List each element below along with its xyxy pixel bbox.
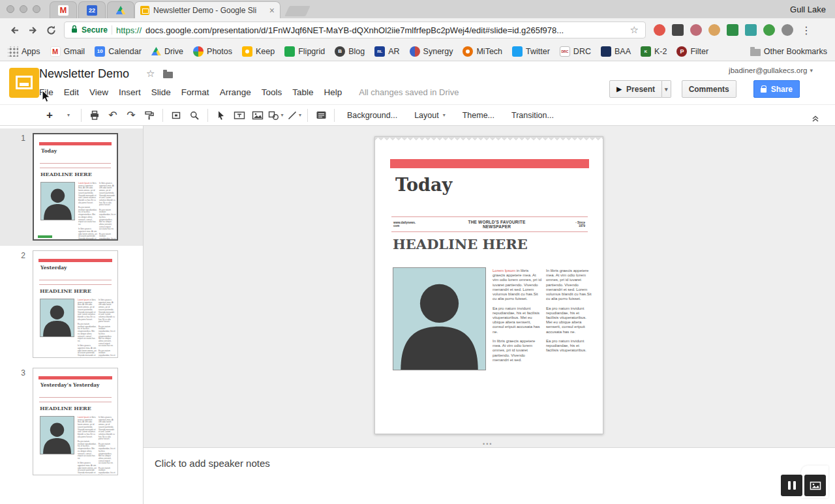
photo-placeholder[interactable]: [393, 267, 486, 370]
document-title[interactable]: Newsletter Demo: [39, 67, 129, 81]
address-bar[interactable]: Secure https:// docs.google.com/presenta…: [64, 22, 646, 38]
browser-menu-icon[interactable]: ⋮: [801, 24, 812, 37]
blog-icon: B: [335, 46, 345, 57]
menu-tools[interactable]: Tools: [256, 85, 288, 99]
star-document-icon[interactable]: ☆: [146, 68, 155, 80]
bookmark-drive[interactable]: Drive: [151, 47, 183, 56]
menu-table[interactable]: Table: [287, 85, 318, 99]
notes-resize-handle[interactable]: •••: [483, 441, 493, 447]
slide-thumbnail-3[interactable]: Yesterday’s Yesterday HEADLINE HERE Lore…: [33, 368, 118, 475]
tab-calendar[interactable]: 22: [78, 1, 106, 18]
body-text-column-1[interactable]: Lorem Ipsum in libris graecis appetere m…: [493, 269, 542, 363]
new-slide-button[interactable]: +: [42, 108, 57, 123]
paint-format-button[interactable]: [142, 108, 157, 123]
bookmark-mitech[interactable]: MiTech: [463, 46, 502, 57]
layout-button[interactable]: Layout ▾: [408, 108, 451, 123]
recorder-pause-button[interactable]: [781, 475, 802, 496]
extension-icon-8[interactable]: [782, 24, 793, 36]
profile-name[interactable]: Gull Lake: [790, 5, 826, 14]
extension-icon-7[interactable]: [763, 24, 775, 36]
extension-icon-5[interactable]: [727, 24, 738, 36]
insert-image-button[interactable]: [250, 108, 266, 123]
slide-thumbnail-row-3: 3 Yesterday’s Yesterday HEADLINE HERE Lo…: [0, 363, 143, 481]
menu-format[interactable]: Format: [176, 85, 215, 99]
bookmark-twitter[interactable]: Twitter: [512, 46, 550, 57]
calendar-icon: 22: [87, 5, 97, 16]
bookmark-keep[interactable]: Keep: [242, 46, 275, 57]
zoom-fit-button[interactable]: [168, 108, 184, 123]
accent-bar[interactable]: [390, 159, 589, 168]
tab-close-icon[interactable]: ×: [269, 6, 275, 15]
bookmark-baa[interactable]: BAA: [601, 46, 631, 57]
bookmark-blog[interactable]: BBlog: [335, 46, 365, 57]
undo-button[interactable]: ↶: [105, 108, 121, 123]
slide-thumbnail-1[interactable]: Today HEADLINE HERE Lorem Ipsum in libri…: [33, 133, 118, 241]
bookmark-star-icon[interactable]: ☆: [630, 24, 639, 36]
bookmark-drc[interactable]: DRCDRC: [560, 46, 591, 57]
speaker-notes-pane[interactable]: Click to add speaker notes: [144, 448, 835, 504]
other-bookmarks[interactable]: Other Bookmarks: [750, 47, 827, 56]
tab-active-slides[interactable]: Newsletter Demo - Google Sli ×: [134, 1, 281, 18]
transition-button[interactable]: Transition...: [506, 108, 560, 123]
bookmark-gmail[interactable]: MGmail: [50, 46, 85, 57]
insert-shape-button[interactable]: ▾: [268, 108, 284, 123]
bookmark-ar[interactable]: RLAR: [374, 46, 399, 57]
new-slide-options-button[interactable]: ▾: [60, 108, 76, 123]
bookmark-flipgrid[interactable]: Flipgrid: [284, 46, 325, 57]
reload-button[interactable]: [42, 21, 60, 39]
insert-comment-button[interactable]: [313, 108, 329, 123]
window-minimize-button[interactable]: [20, 5, 27, 13]
print-button[interactable]: [87, 108, 102, 123]
present-options-button[interactable]: ▾: [662, 80, 671, 98]
bookmark-filter[interactable]: PFilter: [676, 46, 708, 57]
menu-arrange[interactable]: Arrange: [215, 85, 256, 99]
speaker-notes-placeholder[interactable]: Click to add speaker notes: [155, 458, 270, 469]
apps-grid-icon: [8, 46, 18, 57]
headline-text[interactable]: HEADLINE HERE: [393, 236, 528, 252]
present-button[interactable]: ▶ Present: [609, 80, 662, 98]
tab-gmail[interactable]: M: [50, 1, 77, 18]
account-menu[interactable]: jbadiner@gullakecs.org ▾: [729, 67, 813, 74]
forward-button[interactable]: [23, 21, 42, 39]
recorder-webcam-button[interactable]: [804, 475, 826, 496]
synergy-icon: [410, 46, 420, 57]
bookmark-photos[interactable]: Photos: [193, 46, 232, 57]
extension-icon-6[interactable]: [745, 24, 757, 36]
slide-thumbnail-2[interactable]: Yesterday HEADLINE HERE Lorem Ipsum in l…: [33, 250, 118, 358]
bookmark-k2[interactable]: KK-2: [641, 46, 667, 57]
extension-icon-3[interactable]: [690, 24, 702, 36]
back-button[interactable]: [5, 21, 23, 39]
new-tab-button[interactable]: [284, 6, 310, 16]
theme-button[interactable]: Theme...: [457, 108, 500, 123]
bookmark-apps[interactable]: Apps: [8, 46, 40, 57]
bookmark-calendar[interactable]: 10Calendar: [95, 46, 142, 57]
extension-icon-2[interactable]: [672, 24, 684, 36]
bookmark-synergy[interactable]: Synergy: [410, 46, 453, 57]
window-zoom-button[interactable]: [33, 5, 40, 13]
menu-view[interactable]: View: [84, 85, 114, 99]
menu-edit[interactable]: Edit: [59, 85, 84, 99]
text-box-button[interactable]: [232, 108, 247, 123]
body-text-column-2[interactable]: In libris graecis appetere mea. At vim o…: [546, 269, 593, 353]
menu-insert[interactable]: Insert: [114, 85, 146, 99]
zoom-button[interactable]: [187, 108, 202, 123]
filter-icon: P: [676, 46, 687, 57]
select-tool-button[interactable]: [213, 108, 229, 123]
extension-icon-4[interactable]: [708, 24, 720, 36]
slide-title-text[interactable]: Today: [395, 175, 452, 195]
menu-slide[interactable]: Slide: [146, 85, 176, 99]
share-button[interactable]: Share: [753, 80, 800, 98]
tab-drive[interactable]: [107, 1, 134, 18]
move-to-folder-icon[interactable]: [163, 72, 173, 78]
background-button[interactable]: Background...: [341, 108, 403, 123]
menu-help[interactable]: Help: [318, 85, 347, 99]
insert-line-button[interactable]: ▾: [286, 108, 302, 123]
redo-button[interactable]: ↷: [123, 108, 139, 123]
extension-icon-1[interactable]: [654, 24, 665, 36]
twitter-icon: [512, 46, 523, 57]
window-close-button[interactable]: [7, 5, 14, 13]
current-slide[interactable]: Today www.dailynews. com THE WORLD'S FAV…: [374, 136, 603, 434]
hide-menus-button[interactable]: [808, 110, 823, 126]
masthead-strip[interactable]: www.dailynews. com THE WORLD'S FAVOURITE…: [391, 216, 588, 232]
comments-button[interactable]: Comments: [682, 80, 736, 98]
